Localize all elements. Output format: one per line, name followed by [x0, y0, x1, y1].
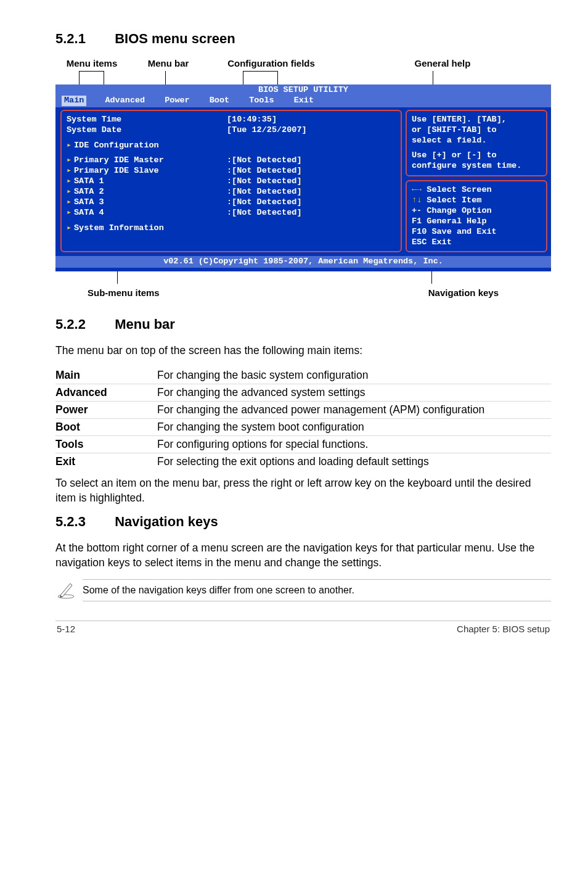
menu-advanced[interactable]: Advanced — [97, 96, 157, 106]
page-footer: 5-12 Chapter 5: BIOS setup — [55, 624, 551, 634]
def-pwr-v: For changing the advanced power manageme… — [157, 401, 551, 418]
label-menu-bar: Menu bar — [148, 58, 189, 68]
menu-tools[interactable]: Tools — [242, 96, 287, 106]
heading-text: Navigation keys — [115, 514, 218, 529]
def-pwr-k: Power — [55, 401, 157, 418]
help-l5: configure system time. — [412, 161, 541, 171]
heading-num: 5.2.1 — [55, 31, 111, 47]
menu-power[interactable]: Power — [157, 96, 202, 106]
navkeys-box: ←→ Select Screen ↑↓ Select Item +- Chang… — [406, 180, 547, 252]
triangle-icon: ▸ — [67, 155, 74, 166]
label-navkeys: Navigation keys — [428, 287, 499, 298]
pim-value: :[Not Detected] — [184, 155, 302, 166]
heading-521: 5.2.1 BIOS menu screen — [55, 31, 551, 47]
s523-body: At the bottom right corner of a menu scr… — [55, 541, 551, 570]
heading-text: BIOS menu screen — [115, 31, 235, 46]
menu-exit[interactable]: Exit — [287, 96, 326, 106]
pis-label[interactable]: Primary IDE Slave — [74, 166, 184, 176]
sata4-value: :[Not Detected] — [184, 208, 302, 218]
nav-selitem: Select Item — [422, 196, 481, 205]
note-callout: Some of the navigation keys differ from … — [55, 579, 551, 602]
bios-diagram: Menu items Menu bar Configuration fields… — [55, 58, 551, 298]
help-l3: select a field. — [412, 136, 541, 146]
help-l2: or [SHIFT-TAB] to — [412, 125, 541, 136]
table-row: MainFor changing the basic system config… — [55, 367, 551, 384]
pis-value: :[Not Detected] — [184, 166, 302, 176]
heading-523: 5.2.3 Navigation keys — [55, 514, 551, 530]
nav-esc: ESC Exit — [412, 237, 541, 248]
nav-help: F1 General Help — [412, 217, 541, 227]
bios-title: BIOS SETUP UTILITY — [55, 85, 551, 96]
bios-left-panel: System Time[10:49:35] System Date[Tue 12… — [60, 110, 402, 253]
table-row: PowerFor changing the advanced power man… — [55, 401, 551, 418]
triangle-icon: ▸ — [67, 208, 74, 218]
systime-value[interactable]: [10:49:35] — [184, 115, 277, 125]
sysdate-value[interactable]: [Tue 12/25/2007] — [184, 125, 307, 136]
nav-save: F10 Save and Exit — [412, 227, 541, 237]
s522-intro: The menu bar on top of the screen has th… — [55, 344, 551, 358]
def-boot-v: For changing the system boot configurati… — [157, 418, 551, 435]
footer-divider — [55, 621, 551, 621]
heading-num: 5.2.2 — [55, 316, 111, 332]
table-row: ExitFor selecting the exit options and l… — [55, 453, 551, 470]
def-main-k: Main — [55, 367, 157, 384]
triangle-icon: ▸ — [67, 197, 74, 208]
triangle-icon: ▸ — [67, 141, 74, 151]
sata2-value: :[Not Detected] — [184, 187, 302, 197]
sata1-value: :[Not Detected] — [184, 176, 302, 187]
def-main-v: For changing the basic system configurat… — [157, 367, 551, 384]
table-row: BootFor changing the system boot configu… — [55, 418, 551, 435]
sata3-label[interactable]: SATA 3 — [74, 197, 184, 208]
footer-right: Chapter 5: BIOS setup — [457, 624, 550, 634]
pim-label[interactable]: Primary IDE Master — [74, 155, 184, 166]
label-config-fields: Configuration fields — [227, 58, 315, 68]
label-general-help: General help — [415, 58, 471, 68]
note-text: Some of the navigation keys differ from … — [83, 579, 551, 601]
def-tools-k: Tools — [55, 435, 157, 453]
label-menu-items: Menu items — [67, 58, 118, 68]
bios-window: BIOS SETUP UTILITY Main Advanced Power B… — [55, 85, 551, 271]
triangle-icon: ▸ — [67, 187, 74, 197]
nav-selscreen: Select Screen — [422, 185, 491, 194]
sysinfo[interactable]: System Information — [74, 223, 164, 233]
help-l1: Use [ENTER]. [TAB], — [412, 115, 541, 125]
systime-label: System Time — [67, 115, 184, 125]
arrows-lr-icon: ←→ — [412, 185, 422, 194]
def-tools-v: For configuring options for special func… — [157, 435, 551, 453]
triangle-icon: ▸ — [67, 223, 74, 234]
ide-config[interactable]: IDE Configuration — [74, 141, 159, 150]
def-boot-k: Boot — [55, 418, 157, 435]
heading-num: 5.2.3 — [55, 514, 111, 530]
def-adv-v: For changing the advanced system setting… — [157, 384, 551, 401]
def-exit-v: For selecting the exit options and loadi… — [157, 453, 551, 470]
heading-522: 5.2.2 Menu bar — [55, 316, 551, 332]
bios-menubar: Main Advanced Power Boot Tools Exit — [55, 96, 551, 107]
footer-left: 5-12 — [57, 624, 75, 634]
menu-boot[interactable]: Boot — [202, 96, 242, 106]
sysdate-label: System Date — [67, 125, 184, 136]
s522-outro: To select an item on the menu bar, press… — [55, 476, 551, 505]
table-row: AdvancedFor changing the advanced system… — [55, 384, 551, 401]
help-box-top: Use [ENTER]. [TAB], or [SHIFT-TAB] to se… — [406, 110, 547, 176]
def-adv-k: Advanced — [55, 384, 157, 401]
bios-footer: v02.61 (C)Copyright 1985-2007, American … — [55, 256, 551, 268]
sata1-label[interactable]: SATA 1 — [74, 176, 184, 187]
pencil-icon — [55, 579, 83, 602]
arrows-ud-icon: ↑↓ — [412, 196, 422, 205]
sata2-label[interactable]: SATA 2 — [74, 187, 184, 197]
help-l4: Use [+] or [-] to — [412, 151, 541, 161]
table-row: ToolsFor configuring options for special… — [55, 435, 551, 453]
heading-text: Menu bar — [115, 316, 175, 332]
triangle-icon: ▸ — [67, 166, 74, 176]
menu-main[interactable]: Main — [62, 96, 86, 106]
def-exit-k: Exit — [55, 453, 157, 470]
definitions-table: MainFor changing the basic system config… — [55, 367, 551, 470]
triangle-icon: ▸ — [67, 176, 74, 187]
nav-change: +- Change Option — [412, 206, 541, 217]
sata3-value: :[Not Detected] — [184, 197, 302, 208]
sata4-label[interactable]: SATA 4 — [74, 208, 184, 218]
label-submenu: Sub-menu items — [88, 287, 160, 298]
